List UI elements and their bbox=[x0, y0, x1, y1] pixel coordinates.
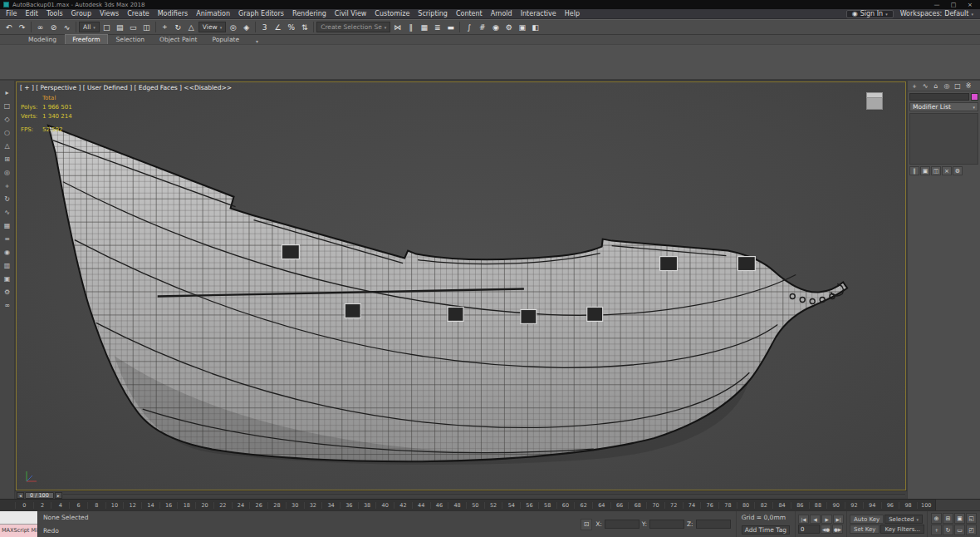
menu-item[interactable]: Arnold bbox=[487, 10, 517, 17]
viewcube[interactable] bbox=[862, 92, 887, 112]
frame-tick[interactable]: 40 bbox=[375, 502, 394, 509]
frame-tick[interactable]: 22 bbox=[213, 502, 232, 509]
left-rail-tool-icon[interactable]: ◇ bbox=[2, 114, 13, 125]
y-coordinate-field[interactable] bbox=[649, 520, 684, 529]
curve-editor-icon[interactable]: ∫ bbox=[463, 21, 475, 33]
menu-item[interactable]: Edit bbox=[21, 10, 42, 17]
menu-item[interactable]: Create bbox=[123, 10, 154, 17]
x-coordinate-field[interactable] bbox=[605, 520, 639, 529]
frame-tick[interactable]: 18 bbox=[177, 502, 195, 509]
menu-item[interactable]: Scripting bbox=[414, 10, 452, 17]
sign-in-button[interactable]: ◉ Sign In ▾ bbox=[846, 10, 894, 18]
frame-tick[interactable]: 80 bbox=[737, 502, 755, 509]
snap-toggle-3d-icon[interactable]: 3 bbox=[258, 21, 271, 33]
orbit-icon[interactable]: ↻ bbox=[943, 525, 953, 535]
menu-item[interactable]: Graph Editors bbox=[234, 10, 288, 17]
select-and-manipulate-icon[interactable]: ◈ bbox=[240, 21, 252, 33]
left-rail-tool-icon[interactable]: ↻ bbox=[2, 194, 13, 204]
frame-tick[interactable]: 76 bbox=[700, 502, 718, 509]
left-rail-tool-icon[interactable]: □ bbox=[2, 101, 13, 111]
unlink-selection-icon[interactable]: ⊘ bbox=[47, 21, 60, 33]
frame-tick[interactable]: 2 bbox=[33, 502, 51, 509]
frame-tick[interactable]: 12 bbox=[123, 502, 141, 509]
key-selection-dropdown[interactable]: Selected ▾ bbox=[884, 515, 923, 524]
time-slider-handle[interactable]: 0 / 100 bbox=[25, 492, 54, 499]
left-rail-tool-icon[interactable]: ∞ bbox=[2, 300, 13, 311]
frame-tick[interactable]: 88 bbox=[809, 502, 827, 509]
ribbon-tab[interactable]: Modeling bbox=[22, 35, 63, 44]
command-panel-tab-motion[interactable]: ◎ bbox=[942, 81, 952, 91]
left-rail-tool-icon[interactable]: ▣ bbox=[2, 273, 13, 284]
workspace-selector[interactable]: Workspaces: Default ▾ bbox=[900, 10, 973, 17]
command-panel-tab-hierarchy[interactable]: ⌂ bbox=[931, 81, 941, 91]
time-slider-track[interactable] bbox=[63, 494, 905, 496]
frame-tick[interactable]: 98 bbox=[899, 502, 917, 509]
percent-snap-icon[interactable]: % bbox=[285, 21, 297, 33]
redo-icon[interactable]: ↷ bbox=[16, 21, 28, 33]
time-slider-prev-icon[interactable]: ◂ bbox=[17, 492, 24, 499]
select-and-move-icon[interactable]: ＋ bbox=[159, 21, 171, 33]
frame-tick[interactable]: 20 bbox=[195, 502, 213, 509]
frame-tick[interactable]: 72 bbox=[664, 502, 683, 509]
frame-tick[interactable]: 82 bbox=[754, 502, 772, 509]
menu-item[interactable]: Civil View bbox=[331, 10, 371, 17]
time-slider-next-icon[interactable]: ▸ bbox=[55, 492, 62, 499]
show-end-result-icon[interactable]: ▣ bbox=[920, 166, 930, 175]
frame-tick[interactable]: 78 bbox=[718, 502, 737, 509]
ribbon-tab[interactable]: Freeform bbox=[65, 34, 107, 44]
render-setup-icon[interactable]: ⚙ bbox=[502, 21, 515, 33]
frame-tick[interactable]: 30 bbox=[286, 502, 304, 509]
frame-tick[interactable]: 62 bbox=[574, 502, 592, 509]
zoom-icon[interactable]: ⊕ bbox=[931, 513, 942, 524]
listener-macro-line[interactable]: MAXScript Mi bbox=[0, 525, 37, 537]
track-bar-right-controls[interactable] bbox=[935, 500, 980, 510]
current-frame-field[interactable]: 0 bbox=[798, 525, 820, 534]
frame-tick[interactable]: 60 bbox=[556, 502, 575, 509]
maximize-viewport-toggle-icon[interactable]: ▭ bbox=[954, 525, 965, 535]
frame-tick[interactable]: 46 bbox=[430, 502, 448, 509]
scene-explorer-icon[interactable]: ▦ bbox=[418, 21, 430, 33]
object-name-field[interactable] bbox=[909, 93, 969, 101]
command-panel-tab-modify[interactable]: ∿ bbox=[920, 81, 930, 91]
undo-icon[interactable]: ↶ bbox=[2, 21, 15, 33]
frame-tick[interactable]: 100 bbox=[917, 502, 935, 509]
frame-tick[interactable]: 36 bbox=[340, 502, 358, 509]
align-icon[interactable]: ∥ bbox=[404, 21, 417, 33]
window-crossing-icon[interactable]: ◫ bbox=[140, 21, 153, 33]
left-rail-tool-icon[interactable]: ≡ bbox=[2, 234, 13, 244]
spinner-snap-icon[interactable]: ⇅ bbox=[298, 21, 311, 33]
go-to-end-button[interactable]: ▶| bbox=[833, 515, 844, 524]
command-panel-tab-create[interactable]: ＋ bbox=[909, 81, 919, 91]
maxscript-mini-listener[interactable]: MAXScript Mi bbox=[0, 511, 38, 537]
material-editor-icon[interactable]: ◉ bbox=[489, 21, 502, 33]
frame-tick[interactable]: 70 bbox=[646, 502, 664, 509]
selection-filter-dropdown[interactable]: All ▾ bbox=[79, 22, 100, 32]
menu-item[interactable]: Interactive bbox=[517, 10, 561, 17]
menu-item[interactable]: Animation bbox=[192, 10, 234, 17]
field-of-view-icon[interactable]: ◰ bbox=[966, 525, 977, 535]
left-rail-tool-icon[interactable]: ▦ bbox=[2, 220, 13, 231]
play-animation-button[interactable]: ▶ bbox=[821, 515, 832, 524]
configure-modifier-sets-icon[interactable]: ⚙ bbox=[953, 166, 963, 175]
frame-tick[interactable]: 66 bbox=[610, 502, 629, 509]
frame-tick[interactable]: 28 bbox=[267, 502, 286, 509]
frame-tick[interactable]: 84 bbox=[772, 502, 791, 509]
menu-item[interactable]: Content bbox=[452, 10, 487, 17]
frame-tick[interactable]: 54 bbox=[502, 502, 520, 509]
select-and-link-icon[interactable]: ∞ bbox=[34, 21, 47, 33]
z-coordinate-field[interactable] bbox=[696, 520, 731, 529]
frame-tick[interactable]: 42 bbox=[394, 502, 412, 509]
ribbon-tab[interactable]: Object Paint bbox=[153, 35, 203, 44]
zoom-all-icon[interactable]: ⊞ bbox=[943, 513, 953, 524]
left-rail-tool-icon[interactable]: ○ bbox=[2, 127, 13, 138]
set-key-button[interactable]: Set Key bbox=[850, 525, 880, 534]
select-object-icon[interactable]: □ bbox=[100, 21, 113, 33]
frame-tick[interactable]: 8 bbox=[87, 502, 105, 509]
ribbon-collapse-icon[interactable]: ▾ bbox=[252, 38, 262, 44]
frame-tick[interactable]: 56 bbox=[520, 502, 538, 509]
select-by-name-icon[interactable]: ▤ bbox=[114, 21, 126, 33]
frame-tick[interactable]: 6 bbox=[69, 502, 87, 509]
key-filters-button[interactable]: Key Filters... bbox=[880, 525, 924, 534]
render-production-icon[interactable]: ◧ bbox=[529, 21, 541, 33]
ribbon-toggle-icon[interactable]: ▬ bbox=[444, 21, 457, 33]
